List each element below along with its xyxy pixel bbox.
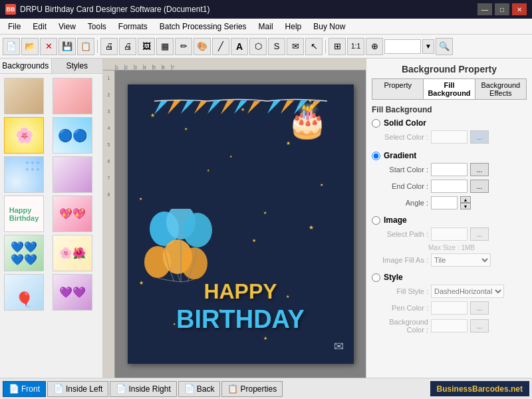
new-button[interactable]: 📄 <box>3 38 20 55</box>
tab-background-effects[interactable]: Background Effects <box>475 79 526 99</box>
image-button[interactable]: 🖼 <box>138 38 155 55</box>
gradient-label[interactable]: Gradient <box>384 151 416 160</box>
thumbnail-7[interactable]: HappyBirthday <box>4 196 44 232</box>
ruler-left-5: 5 <box>108 142 110 147</box>
branding: BusinessBarcodes.net <box>430 381 529 396</box>
view-inside-left-button[interactable]: 📄 Inside Left <box>47 381 108 397</box>
star: ★ <box>263 210 267 215</box>
pen-color-btn: ... <box>470 301 489 315</box>
image-radio[interactable] <box>372 216 380 225</box>
save-button[interactable]: 💾 <box>59 38 76 55</box>
gradient-row: Gradient <box>372 151 527 160</box>
inside-right-icon: 📄 <box>116 384 126 394</box>
close-button[interactable]: ✕ <box>512 3 527 15</box>
color-button[interactable]: 🎨 <box>194 38 211 55</box>
tab-styles[interactable]: Styles <box>52 59 103 73</box>
menubar: File Edit View Tools Formats Batch Proce… <box>0 19 532 35</box>
ruler-left-1: 1 <box>108 76 110 80</box>
maximize-button[interactable]: □ <box>495 3 509 15</box>
menu-help[interactable]: Help <box>280 21 307 33</box>
start-color-label: Start Color : <box>372 166 428 174</box>
style-label[interactable]: Style <box>384 273 403 282</box>
thumbnail-3[interactable]: 🌸 <box>4 117 44 154</box>
style-radio[interactable] <box>372 273 380 282</box>
zoom-input[interactable]: 150% <box>384 39 421 54</box>
pen-color-field: Pen Color : ... <box>372 301 527 315</box>
ratio-button[interactable]: 1:1 <box>347 38 364 55</box>
image-label[interactable]: Image <box>384 215 407 225</box>
thumbnail-12[interactable]: 💜💜 <box>53 274 92 311</box>
canvas-area: 1 2 3 4 5 6 7 1 2 3 4 5 6 7 8 ★ <box>103 59 366 378</box>
thumbnail-2[interactable] <box>53 78 92 114</box>
main-area: Backgrounds Styles 🌸 🔵🔵 ✦✦✦✦✦✦ HappyBirt… <box>0 59 532 378</box>
view-inside-right-button[interactable]: 📄 Inside Right <box>110 381 176 397</box>
view-back-button[interactable]: 📄 Back <box>178 381 221 397</box>
tab-property[interactable]: Property <box>372 79 424 99</box>
thumbnail-10[interactable]: 🌸🌺 <box>53 235 92 271</box>
menu-file[interactable]: File <box>3 21 26 33</box>
open-button[interactable]: 📂 <box>21 38 39 55</box>
thumbnail-1[interactable] <box>4 78 44 114</box>
card-canvas[interactable]: ★ ★ ★ ★ ★ ★ ★ ★ ★ ★ ★ ★ ★ ★ ★ ★ ★ <box>128 84 354 364</box>
zoom-out-button[interactable]: 🔍 <box>436 38 453 55</box>
ruler-tick: 5 <box>152 65 162 70</box>
thumbnail-11[interactable]: 🎈 <box>4 274 44 311</box>
line-button[interactable]: ╱ <box>212 38 229 55</box>
angle-up-button[interactable]: ▲ <box>460 196 471 203</box>
bottom-bar: 📄 Front 📄 Inside Left 📄 Inside Right 📄 B… <box>0 378 532 399</box>
zoom-in-button[interactable]: ⊕ <box>366 38 383 55</box>
menu-edit[interactable]: Edit <box>27 21 52 33</box>
ruler-tick: 4 <box>143 65 152 70</box>
shape-button[interactable]: ⬡ <box>249 38 267 55</box>
thumbnail-5[interactable]: ✦✦✦✦✦✦ <box>4 156 44 193</box>
stamp-button[interactable]: S <box>268 38 285 55</box>
ruler-tick: 1 <box>115 65 124 70</box>
end-color-btn[interactable]: ... <box>470 180 489 193</box>
cursor-button[interactable]: ↖ <box>305 38 323 55</box>
back-icon: 📄 <box>184 384 195 394</box>
zoom-dropdown-button[interactable]: ▼ <box>422 39 434 54</box>
angle-field: Angle : 359 ▲ ▼ <box>372 196 527 209</box>
angle-down-button[interactable]: ▼ <box>460 203 471 209</box>
menu-batch[interactable]: Batch Processing Series <box>154 21 252 33</box>
titlebar-controls[interactable]: — □ ✕ <box>477 3 527 15</box>
svg-point-14 <box>183 213 212 247</box>
angle-input[interactable]: 359 <box>431 196 458 209</box>
end-color-label: End Color : <box>372 182 428 190</box>
front-icon: 📄 <box>9 384 19 394</box>
menu-tools[interactable]: Tools <box>82 21 112 33</box>
view-properties-button[interactable]: 📋 Properties <box>221 381 283 397</box>
solid-color-label[interactable]: Solid Color <box>384 118 426 128</box>
thumbnail-9[interactable]: 💙💙💙💙 <box>4 235 44 271</box>
thumbnail-6[interactable] <box>53 156 92 193</box>
thumbnail-4[interactable]: 🔵🔵 <box>53 117 92 154</box>
thumbnail-8[interactable]: 💖💖 <box>53 196 92 232</box>
close-doc-button[interactable]: ✕ <box>40 38 57 55</box>
print2-button[interactable]: 🖨 <box>119 38 136 55</box>
menu-mail[interactable]: Mail <box>253 21 279 33</box>
tab-backgrounds[interactable]: Backgrounds <box>0 59 52 73</box>
print-button[interactable]: 🖨 <box>100 38 118 55</box>
menu-buynow[interactable]: Buy Now <box>308 21 350 33</box>
minimize-button[interactable]: — <box>477 3 492 15</box>
text-button[interactable]: A <box>231 38 248 55</box>
pen-button[interactable]: ✏ <box>175 38 192 55</box>
menu-formats[interactable]: Formats <box>113 21 153 33</box>
tab-fill-background[interactable]: Fill Background <box>424 79 475 99</box>
barcode-button[interactable]: ▦ <box>156 38 174 55</box>
svg-point-17 <box>181 247 207 279</box>
card-birthday-text: BIRTHDAY <box>128 305 354 334</box>
svg-marker-6 <box>234 100 247 114</box>
start-color-input[interactable] <box>431 163 467 176</box>
view-front-button[interactable]: 📄 Front <box>3 381 46 397</box>
start-color-btn[interactable]: ... <box>470 163 489 176</box>
scan-button[interactable]: ✉ <box>287 38 304 55</box>
saveas-button[interactable]: 📋 <box>77 38 94 55</box>
start-color-field: Start Color : ... <box>372 163 527 176</box>
gradient-radio[interactable] <box>372 152 380 160</box>
grid-button[interactable]: ⊞ <box>329 38 346 55</box>
solid-color-radio[interactable] <box>372 119 380 128</box>
end-color-input[interactable] <box>431 180 467 193</box>
ruler-left-2: 2 <box>108 92 110 97</box>
menu-view[interactable]: View <box>53 21 81 33</box>
